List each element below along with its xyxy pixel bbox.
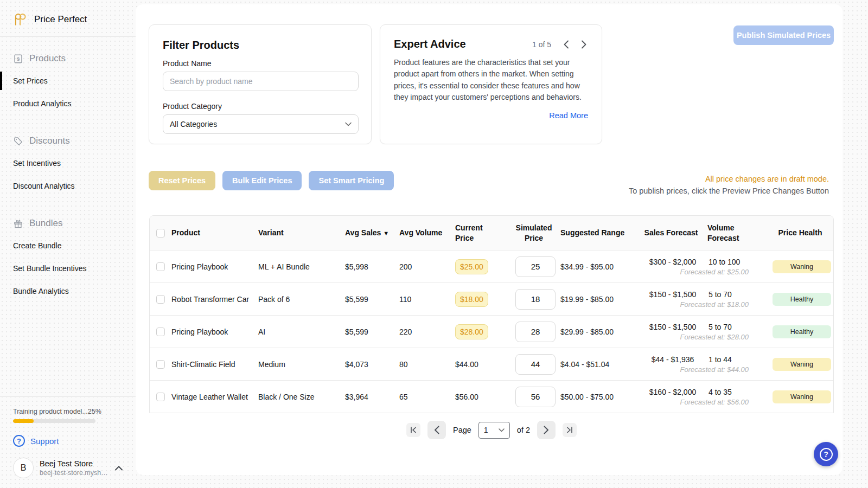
publish-simulated-prices-button[interactable]: Publish Simulated Prices: [733, 25, 834, 45]
advice-page-count: 1 of 5: [532, 40, 551, 49]
advice-card-title: Expert Advice: [394, 38, 466, 50]
advice-prev-button[interactable]: [562, 39, 570, 50]
chevron-right-icon: [543, 426, 550, 434]
category-selected-value: All Categories: [170, 120, 217, 129]
filter-card-title: Filter Products: [163, 39, 358, 52]
app-title: Price Perfect: [34, 14, 87, 25]
sidebar-item-create-bundle[interactable]: Create Bundle: [0, 235, 136, 256]
col-product[interactable]: Product: [171, 228, 258, 237]
avg-volume-cell: 65: [399, 393, 455, 401]
bulk-edit-prices-button[interactable]: Bulk Edit Prices: [222, 171, 302, 190]
section-label: Products: [29, 53, 66, 64]
col-price-health[interactable]: Price Health: [769, 228, 834, 237]
sales-forecast-value: $44 - $1,936: [638, 355, 707, 364]
simulated-price-input[interactable]: [515, 289, 556, 310]
last-page-button[interactable]: [563, 423, 577, 437]
product-cell: Vintage Leather Wallet: [171, 393, 258, 401]
draft-notice-line2: To publish prices, click the Preview Pri…: [629, 187, 829, 195]
suggested-range-cell: $29.99 - $85.00: [560, 328, 638, 336]
sidebar-item-set-prices[interactable]: Set Prices: [0, 70, 136, 91]
help-fab-button[interactable]: ?: [814, 442, 838, 466]
variant-cell: Medium: [258, 360, 345, 369]
next-page-button[interactable]: [537, 421, 556, 439]
volume-forecast-value: 4 to 35: [707, 388, 769, 396]
first-page-button[interactable]: [406, 423, 420, 437]
read-more-link[interactable]: Read More: [394, 111, 588, 120]
store-avatar: B: [13, 458, 34, 478]
col-sales-forecast[interactable]: Sales Forecast: [638, 228, 707, 237]
training-progress-fill: [13, 419, 34, 423]
forecast-note: Forecasted at: $56.00: [638, 398, 769, 406]
table-header-row: Product Variant Avg Sales ▼ Avg Volume C…: [150, 216, 833, 250]
simulated-price-input[interactable]: [515, 387, 556, 407]
select-all-checkbox[interactable]: [156, 229, 165, 237]
product-name-search-input[interactable]: [163, 72, 359, 91]
main-content: Filter Products Product Name Product Cat…: [136, 4, 843, 475]
chevron-down-icon: [345, 122, 352, 126]
price-health-badge: Waning: [773, 358, 831, 371]
sales-forecast-value: $150 - $1,500: [638, 323, 707, 331]
sort-desc-icon: ▼: [383, 230, 389, 236]
advice-body-text: Product features are the characteristics…: [394, 57, 588, 104]
avg-sales-cell: $5,599: [345, 328, 399, 336]
sidebar-item-discount-analytics[interactable]: Discount Analytics: [0, 176, 136, 196]
draft-notice-line1: All price changes are in draft mode.: [629, 175, 829, 183]
tag-icon: [13, 136, 23, 146]
set-smart-pricing-button[interactable]: Set Smart Pricing: [309, 171, 394, 190]
table-row: Vintage Leather Wallet Black / One Size …: [150, 380, 833, 413]
simulated-price-input[interactable]: [515, 354, 556, 375]
sidebar-item-set-bundle-incentives[interactable]: Set Bundle Incentives: [0, 258, 136, 279]
suggested-range-cell: $4.04 - $51.04: [560, 360, 638, 369]
col-variant[interactable]: Variant: [258, 228, 345, 237]
reset-prices-button[interactable]: Reset Prices: [149, 171, 215, 190]
simulated-price-input[interactable]: [515, 256, 556, 277]
chevron-last-icon: [566, 427, 573, 433]
avg-sales-cell: $5,998: [345, 262, 399, 271]
prev-page-button[interactable]: [427, 421, 446, 439]
suggested-range-cell: $19.99 - $85.00: [560, 295, 638, 304]
store-domain: beej-test-store.mysh…: [40, 469, 108, 477]
sidebar-nav: $ Products Set Prices Product Analytics …: [0, 37, 136, 301]
col-simulated-price[interactable]: Simulated Price: [514, 223, 557, 242]
col-suggested-range[interactable]: Suggested Range: [560, 228, 638, 237]
expert-advice-card: Expert Advice 1 of 5 Product features ar…: [380, 24, 602, 144]
col-current-price[interactable]: Current Price: [455, 223, 493, 242]
simulated-price-input[interactable]: [515, 322, 556, 342]
page-number-select[interactable]: 1: [478, 422, 510, 439]
variant-cell: ML + AI Bundle: [258, 262, 345, 271]
sidebar-item-product-analytics[interactable]: Product Analytics: [0, 93, 136, 114]
variant-cell: Black / One Size: [258, 393, 345, 401]
sidebar: Price Perfect $ Products Set Prices Prod…: [0, 0, 136, 488]
row-checkbox[interactable]: [156, 360, 165, 369]
row-checkbox[interactable]: [156, 262, 165, 271]
row-checkbox[interactable]: [156, 393, 165, 401]
chevron-left-icon: [433, 426, 440, 434]
col-avg-sales[interactable]: Avg Sales ▼: [345, 228, 399, 237]
sidebar-item-set-incentives[interactable]: Set Incentives: [0, 153, 136, 174]
current-price: $18.00: [455, 292, 488, 307]
avg-sales-cell: $5,599: [345, 295, 399, 304]
store-switcher[interactable]: B Beej Test Store beej-test-store.mysh…: [13, 458, 123, 478]
row-checkbox[interactable]: [156, 328, 165, 336]
col-volume-forecast[interactable]: Volume Forecast: [707, 223, 743, 242]
support-link[interactable]: ? Support: [13, 435, 123, 447]
sales-forecast-value: $300 - $2,000: [638, 258, 707, 266]
row-checkbox[interactable]: [156, 295, 165, 304]
forecast-cell: $150 - $1,500 5 to 70 Forecasted at: $28…: [638, 323, 769, 341]
product-cell: Pricing Playbook: [171, 328, 258, 336]
chevron-up-icon: [115, 466, 123, 471]
banknote-dollar-icon: $: [13, 54, 23, 64]
sidebar-item-bundle-analytics[interactable]: Bundle Analytics: [0, 281, 136, 301]
price-perfect-logo-icon: [12, 12, 29, 27]
advice-next-button[interactable]: [580, 39, 588, 50]
avg-volume-cell: 80: [399, 360, 455, 369]
volume-forecast-value: 1 to 44: [707, 355, 769, 364]
product-category-select[interactable]: All Categories: [163, 114, 359, 134]
current-price: $28.00: [455, 324, 488, 339]
chevron-right-icon: [581, 40, 587, 49]
section-label: Bundles: [29, 218, 62, 229]
col-avg-volume[interactable]: Avg Volume: [399, 228, 455, 237]
forecast-note: Forecasted at: $28.00: [638, 333, 769, 341]
volume-forecast-value: 5 to 70: [707, 323, 769, 331]
section-products: $ Products: [0, 46, 136, 70]
